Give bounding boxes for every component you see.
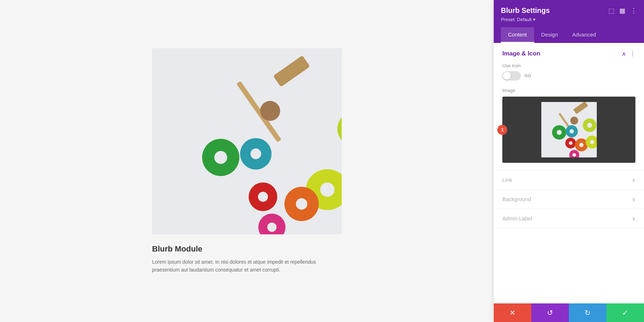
svg-point-21 (570, 117, 578, 125)
use-icon-toggle[interactable] (502, 71, 521, 80)
panel-header: Blurb Settings ⬚ ▦ ⋮ Preset: Default ▾ C… (494, 0, 644, 43)
save-button[interactable]: ✓ (606, 303, 644, 322)
badge-1: 1 (497, 125, 507, 135)
cancel-icon: ✕ (509, 308, 516, 317)
image-label: Image (502, 88, 635, 93)
background-chevron-icon: ∨ (632, 196, 635, 202)
preview-area: Blurb Module Lorem ipsum dolor sit amet.… (0, 0, 494, 322)
save-icon: ✓ (622, 308, 628, 317)
columns-icon[interactable]: ▦ (619, 7, 625, 15)
image-upload-area[interactable] (502, 97, 635, 163)
redo-icon: ↻ (585, 308, 591, 317)
image-icon-section: Image & Icon ∧ ⋮ Use Icon NO Image 1 (494, 43, 644, 170)
undo-icon: ↺ (547, 308, 553, 317)
image-thumbnail-container (541, 102, 597, 157)
svg-point-7 (250, 148, 261, 159)
preview-description: Lorem ipsum dolor sit amet. In nisi dolo… (152, 258, 342, 274)
svg-point-15 (296, 198, 307, 210)
svg-point-17 (267, 223, 277, 232)
svg-point-29 (569, 141, 572, 145)
tab-advanced[interactable]: Advanced (565, 27, 603, 43)
cancel-button[interactable]: ✕ (494, 303, 531, 322)
toggle-container: NO (502, 71, 635, 80)
collapse-icon[interactable]: ∧ (622, 50, 626, 57)
link-section-title: Link (502, 177, 512, 183)
toggle-state-label: NO (525, 73, 531, 78)
action-bar: ✕ ↺ ↻ ✓ (494, 303, 644, 322)
admin-label-section-title: Admin Label (502, 215, 532, 221)
undo-button[interactable]: ↺ (531, 303, 569, 322)
settings-panel: Blurb Settings ⬚ ▦ ⋮ Preset: Default ▾ C… (494, 0, 644, 322)
svg-point-5 (214, 151, 227, 164)
panel-title: Blurb Settings (501, 6, 550, 15)
admin-label-chevron-icon: ∨ (632, 216, 635, 221)
svg-point-13 (258, 192, 268, 202)
tab-design[interactable]: Design (534, 27, 565, 43)
background-section-title: Background (502, 196, 531, 202)
section-more-icon[interactable]: ⋮ (630, 50, 635, 57)
more-options-icon[interactable]: ⋮ (630, 7, 637, 15)
svg-point-27 (587, 123, 592, 128)
link-chevron-icon: ∨ (632, 177, 635, 183)
link-section[interactable]: Link ∨ (494, 170, 644, 190)
panel-tabs: Content Design Advanced (501, 27, 637, 43)
tab-content[interactable]: Content (501, 27, 534, 43)
toggle-knob (503, 72, 511, 80)
panel-preset[interactable]: Preset: Default ▾ (501, 17, 637, 22)
svg-point-3 (260, 101, 280, 121)
svg-point-35 (572, 153, 576, 157)
preview-text: Blurb Module Lorem ipsum dolor sit amet.… (152, 244, 342, 274)
section-header-icons: ∧ ⋮ (622, 50, 635, 57)
admin-label-section[interactable]: Admin Label ∨ (494, 209, 644, 228)
section-header: Image & Icon ∧ ⋮ (502, 50, 635, 57)
panel-body: Image & Icon ∧ ⋮ Use Icon NO Image 1 (494, 43, 644, 303)
preview-image (152, 48, 342, 234)
panel-header-top: Blurb Settings ⬚ ▦ ⋮ (501, 6, 637, 15)
section-title: Image & Icon (502, 50, 540, 57)
svg-point-31 (579, 143, 584, 147)
image-field-wrapper: 1 (502, 97, 635, 163)
svg-point-23 (557, 130, 562, 135)
use-icon-label: Use Icon (502, 63, 635, 68)
svg-point-11 (320, 182, 335, 197)
background-section[interactable]: Background ∨ (494, 190, 644, 209)
fullscreen-icon[interactable]: ⬚ (608, 7, 614, 15)
image-thumbnail-svg (541, 102, 597, 157)
panel-header-icons: ⬚ ▦ ⋮ (608, 7, 637, 15)
preview-title: Blurb Module (152, 244, 342, 254)
svg-point-33 (590, 140, 594, 144)
redo-button[interactable]: ↻ (569, 303, 606, 322)
svg-point-25 (570, 129, 574, 133)
